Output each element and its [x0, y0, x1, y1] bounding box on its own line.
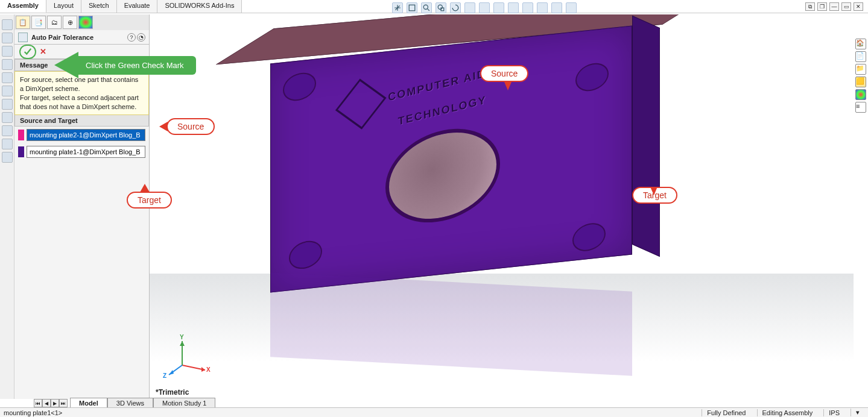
home-icon[interactable]: 🏠 [855, 39, 866, 49]
seek-next-icon[interactable]: ▶ [51, 399, 59, 407]
custom-props-icon[interactable]: ≡ [855, 102, 866, 113]
scene-icon[interactable] [537, 2, 548, 13]
source-target-section-header[interactable]: Source and Target [14, 115, 149, 127]
view-orientation-icon[interactable] [493, 2, 504, 13]
arrow-head-icon [54, 52, 78, 78]
svg-rect-0 [409, 5, 415, 11]
svg-marker-7 [180, 341, 185, 346]
status-bar: mounting plate1<1> Fully Defined Editing… [0, 407, 868, 417]
model-front-face[interactable]: COMPUTER AIDED TECHNOLOGY [270, 25, 632, 292]
lstrip-icon-4[interactable] [2, 59, 13, 70]
triad-x-label: X [206, 366, 211, 373]
view-toolbar [392, 2, 577, 13]
tab-seek-controls: ⏮ ◀ ▶ ⏭ [34, 399, 68, 407]
callout-source-panel: Source [159, 118, 215, 135]
ribbon-tab-sketch[interactable]: Sketch [81, 0, 117, 13]
resources-icon[interactable]: 📄 [855, 51, 866, 62]
left-command-strip [0, 14, 14, 399]
panel-tab-dimxpert-icon[interactable]: ⊕ [63, 16, 77, 29]
pm-title-icon [18, 33, 28, 42]
svg-point-2 [438, 5, 442, 9]
model-right-face[interactable] [632, 16, 660, 257]
ribbon-tab-addins[interactable]: SOLIDWORKS Add-Ins [157, 0, 242, 13]
orientation-triad[interactable]: X Y Z [164, 335, 212, 383]
target-color-swatch [18, 146, 24, 157]
right-task-strip: 🏠 📄 📁 🟨 ≡ [854, 36, 868, 113]
callout-source-model: Source [480, 65, 528, 82]
lstrip-icon-5[interactable] [2, 72, 13, 83]
corner-hole-bl[interactable] [289, 238, 322, 272]
ribbon-tab-assembly[interactable]: Assembly [0, 0, 46, 13]
zoom-fit-icon[interactable] [407, 2, 417, 13]
status-constraint: Fully Defined [702, 409, 750, 416]
corner-hole-tl[interactable] [283, 70, 316, 104]
ribbon-tab-layout[interactable]: Layout [46, 0, 81, 13]
triad-z-label: Z [163, 372, 166, 379]
corner-hole-tr[interactable] [575, 60, 609, 95]
callout-pointer-icon [504, 82, 512, 90]
rotate-icon[interactable] [450, 2, 461, 13]
triad-icon[interactable] [392, 2, 403, 13]
status-selection: mounting plate1<1> [4, 409, 62, 416]
panel-tab-pm-icon[interactable]: 📑 [31, 16, 46, 29]
seek-first-icon[interactable]: ⏮ [34, 399, 42, 407]
logo-icon [335, 78, 387, 129]
lstrip-icon-6[interactable] [2, 86, 13, 96]
source-target-label: Source and Target [20, 117, 78, 124]
panel-tab-config-icon[interactable]: 🗂 [47, 16, 62, 29]
lstrip-icon-7[interactable] [2, 99, 13, 110]
callout-pointer-icon [650, 187, 657, 195]
lstrip-icon-1[interactable] [2, 19, 13, 30]
lstrip-icon-3[interactable] [2, 46, 13, 57]
lstrip-icon-10[interactable] [2, 139, 13, 149]
appearance-icon[interactable] [522, 2, 533, 13]
source-input[interactable] [27, 129, 145, 141]
callout-target-panel: Target [127, 192, 172, 208]
panel-tab-display-icon[interactable] [78, 16, 93, 29]
maximize-button[interactable]: ▭ [841, 2, 851, 11]
zoom-area-icon[interactable] [436, 2, 446, 13]
panel-tab-bar: 📋 📑 🗂 ⊕ [14, 14, 149, 30]
doc-restore-icon[interactable]: ❐ [817, 2, 827, 11]
lstrip-icon-11[interactable] [2, 152, 13, 163]
doc-expand-icon[interactable]: ⧉ [805, 2, 815, 11]
window-controls: ⧉ ❐ — ▭ ✕ [805, 2, 863, 11]
close-button[interactable]: ✕ [854, 2, 863, 11]
view-palette-icon[interactable]: 🟨 [855, 77, 866, 87]
hide-show-icon[interactable] [508, 2, 519, 13]
seek-last-icon[interactable]: ⏭ [59, 399, 68, 407]
status-menu-icon[interactable]: ▾ [851, 409, 864, 416]
lstrip-icon-2[interactable] [2, 33, 13, 43]
appearances-icon[interactable] [855, 89, 866, 100]
section-icon[interactable] [464, 2, 475, 13]
view-settings-icon[interactable] [551, 2, 562, 13]
target-row [14, 143, 149, 160]
instruction-arrow: Click the Green Check Mark [54, 52, 196, 78]
pm-header: Auto Pair Tolerance ? ◔ [14, 30, 149, 45]
status-units[interactable]: IPS [823, 409, 844, 416]
callout-target-model: Target [632, 187, 677, 204]
seek-prev-icon[interactable]: ◀ [42, 399, 51, 407]
corner-hole-br[interactable] [572, 220, 606, 254]
view-orientation-label: *Trimetric [156, 388, 189, 397]
pin-icon[interactable]: ◔ [137, 33, 145, 42]
lstrip-icon-9[interactable] [2, 125, 13, 136]
ribbon-tab-evaluate[interactable]: Evaluate [117, 0, 158, 13]
minimize-button[interactable]: — [829, 2, 839, 11]
instruction-text: Click the Green Check Mark [78, 56, 196, 75]
status-mode: Editing Assembly [757, 409, 818, 416]
target-input[interactable] [27, 146, 145, 158]
panel-tab-feature-icon[interactable]: 📋 [16, 16, 30, 29]
help-icon[interactable]: ? [127, 33, 136, 42]
zoom-icon[interactable] [421, 2, 432, 13]
render-icon[interactable] [566, 2, 577, 13]
pm-title: Auto Pair Tolerance [31, 34, 93, 41]
library-icon[interactable]: 📁 [855, 64, 866, 75]
source-color-swatch [18, 130, 24, 140]
ok-button[interactable] [19, 45, 36, 59]
cancel-button[interactable]: ✕ [40, 47, 46, 56]
callout-tail-icon [140, 184, 150, 192]
display-style-icon[interactable] [479, 2, 490, 13]
source-row [14, 127, 149, 143]
lstrip-icon-8[interactable] [2, 112, 13, 123]
